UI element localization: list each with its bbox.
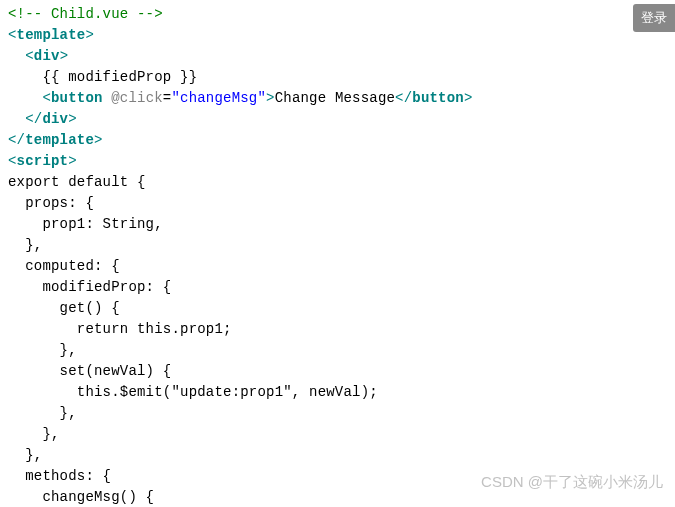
script-line: props: { — [8, 195, 94, 211]
script-line: }, — [8, 426, 60, 442]
script-line: }, — [8, 237, 42, 253]
script-line: }, — [8, 405, 77, 421]
tag-button-open: button — [51, 90, 103, 106]
script-line: }, — [8, 447, 42, 463]
tag-script-open: script — [17, 153, 69, 169]
script-line: get() { — [8, 300, 120, 316]
code-block: <!-- Child.vue --> <template> <div> {{ m… — [8, 4, 667, 507]
button-text: Change Message — [275, 90, 395, 106]
script-line: changeMsg() { — [8, 489, 154, 505]
login-button[interactable]: 登录 — [633, 4, 675, 32]
tag-template-open: template — [17, 27, 86, 43]
script-line: export default { — [8, 174, 146, 190]
script-line: computed: { — [8, 258, 120, 274]
comment-line: <!-- Child.vue --> — [8, 6, 163, 22]
tag-template-close: template — [25, 132, 94, 148]
script-line: prop1: String, — [8, 216, 163, 232]
script-line: }, — [8, 342, 77, 358]
script-line: this.$emit("update:prop1", newVal); — [8, 384, 378, 400]
tag-button-close: button — [412, 90, 464, 106]
script-line: modifiedProp: { — [8, 279, 171, 295]
tag-div-open: div — [34, 48, 60, 64]
script-line: return this.prop1; — [8, 321, 232, 337]
tag-div-close: div — [42, 111, 68, 127]
script-line: set(newVal) { — [8, 363, 171, 379]
attr-click: @click — [111, 90, 163, 106]
script-line: methods: { — [8, 468, 111, 484]
interpolation-line: {{ modifiedProp }} — [8, 69, 197, 85]
attr-click-val: "changeMsg" — [171, 90, 266, 106]
